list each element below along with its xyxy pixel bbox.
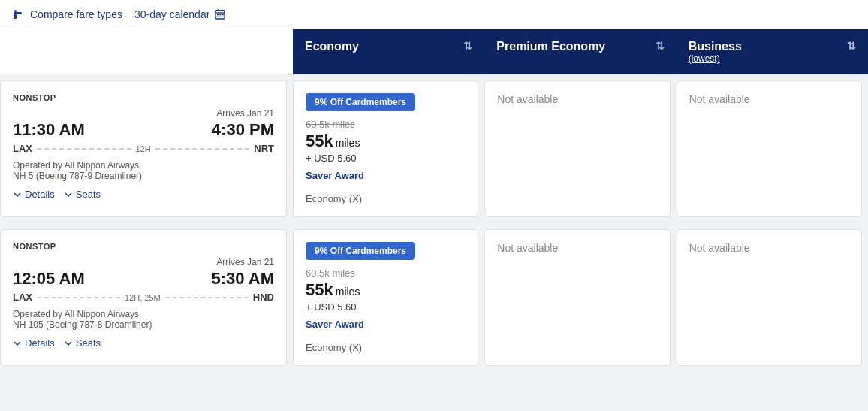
- compare-fare-label: Compare fare types: [30, 8, 122, 20]
- business-not-available-1: Not available: [689, 242, 849, 254]
- flight-card-1: NONSTOP Arrives Jan 21 12:05 AM 5:30 AM …: [0, 229, 287, 366]
- fare-class-0: Economy (X): [306, 193, 466, 204]
- business-not-available-0: Not available: [689, 93, 849, 105]
- chevron-down-icon-seats: [64, 190, 73, 199]
- business-fare-1: Not available: [677, 229, 862, 366]
- origin-0: LAX: [13, 143, 32, 154]
- svg-rect-7: [217, 14, 219, 15]
- miles-unit-0: miles: [336, 137, 360, 149]
- svg-rect-0: [14, 14, 17, 19]
- premium-economy-sort-icon[interactable]: ⇅: [656, 40, 665, 52]
- seats-label-1: Seats: [76, 337, 101, 349]
- miles-row-0: 55kmiles: [306, 131, 466, 151]
- arrives-label-1: Arrives Jan 21: [13, 257, 274, 267]
- miles-amount-0: 55k: [306, 131, 333, 150]
- calendar-label: 30-day calendar: [134, 8, 209, 20]
- route-line-0: [37, 148, 131, 150]
- chevron-down-icon: [13, 190, 22, 199]
- discount-badge-1: 9% Off Cardmembers: [306, 242, 415, 260]
- operated-by-1: Operated by All Nippon Airways: [13, 309, 274, 319]
- flight-times-1: 12:05 AM 5:30 AM: [13, 269, 274, 289]
- destination-0: NRT: [254, 143, 274, 154]
- duration-0: 12H: [136, 144, 151, 153]
- economy-label: Economy: [305, 40, 359, 53]
- depart-time-0: 11:30 AM: [13, 120, 85, 140]
- nonstop-badge-0: NONSTOP: [13, 93, 274, 102]
- svg-point-2: [14, 10, 17, 12]
- calendar-icon: [214, 8, 226, 20]
- premium-economy-label: Premium Economy: [496, 40, 605, 53]
- chevron-down-icon-details-1: [13, 339, 22, 348]
- seats-label-0: Seats: [76, 189, 101, 200]
- header-spacer: [0, 29, 293, 74]
- original-miles-0: 60.5k miles: [306, 119, 466, 130]
- usd-amount-0: + USD 5.60: [306, 153, 466, 164]
- flight-number-1: NH 105 (Boeing 787-8 Dreamliner): [13, 319, 274, 330]
- duration-1: 12H, 25M: [125, 293, 161, 302]
- route-row-0: LAX 12H NRT: [13, 143, 274, 154]
- svg-rect-10: [217, 17, 219, 17]
- premium-not-available-0: Not available: [497, 93, 657, 105]
- route-line-1b: [165, 297, 249, 298]
- miles-unit-1: miles: [336, 286, 360, 298]
- saver-award-link-0[interactable]: Saver Award: [306, 170, 466, 181]
- calendar-link[interactable]: 30-day calendar: [134, 8, 226, 20]
- route-line-1: [37, 297, 120, 298]
- details-label-0: Details: [25, 189, 55, 200]
- premium-not-available-1: Not available: [497, 242, 657, 254]
- nonstop-badge-1: NONSTOP: [13, 242, 274, 251]
- route-row-1: LAX 12H, 25M HND: [13, 292, 274, 303]
- route-line-0b: [155, 148, 250, 150]
- discount-badge-0: 9% Off Cardmembers: [306, 93, 415, 111]
- seat-icon: [12, 8, 26, 21]
- arrive-time-0: 4:30 PM: [212, 120, 274, 140]
- card-actions-1: Details Seats: [13, 337, 274, 349]
- svg-rect-1: [14, 12, 22, 14]
- flight-times-0: 11:30 AM 4:30 PM: [13, 120, 274, 140]
- grid-header: Economy ⇅ Premium Economy ⇅ Business (lo…: [0, 29, 868, 74]
- original-miles-1: 60.5k miles: [306, 267, 466, 279]
- business-column-header: Business (lowest) ⇅: [677, 29, 868, 74]
- top-bar: Compare fare types 30-day calendar: [0, 0, 868, 29]
- card-actions-0: Details Seats: [13, 189, 274, 200]
- details-label-1: Details: [25, 337, 55, 349]
- destination-1: HND: [253, 292, 274, 303]
- usd-amount-1: + USD 5.60: [306, 301, 466, 313]
- business-fare-0: Not available: [677, 80, 862, 217]
- premium-economy-fare-1: Not available: [484, 229, 670, 366]
- origin-1: LAX: [13, 292, 32, 303]
- premium-economy-column-header: Premium Economy ⇅: [484, 29, 676, 74]
- flight-card-0: NONSTOP Arrives Jan 21 11:30 AM 4:30 PM …: [0, 80, 287, 217]
- business-label: Business: [689, 40, 742, 53]
- details-button-1[interactable]: Details: [13, 337, 55, 349]
- flight-number-0: NH 5 (Boeing 787-9 Dreamliner): [13, 171, 274, 181]
- chevron-down-icon-seats-1: [64, 339, 73, 348]
- flights-grid: NONSTOP Arrives Jan 21 11:30 AM 4:30 PM …: [0, 74, 868, 372]
- depart-time-1: 12:05 AM: [13, 269, 85, 289]
- seats-button-1[interactable]: Seats: [64, 337, 101, 349]
- miles-amount-1: 55k: [306, 280, 333, 299]
- miles-row-1: 55kmiles: [306, 280, 466, 300]
- svg-rect-8: [220, 14, 222, 15]
- details-button-0[interactable]: Details: [13, 189, 55, 200]
- operated-by-0: Operated by All Nippon Airways: [13, 160, 274, 171]
- economy-fare-1[interactable]: 9% Off Cardmembers 60.5k miles 55kmiles …: [293, 229, 478, 366]
- compare-fare-link[interactable]: Compare fare types: [12, 8, 122, 21]
- svg-rect-9: [222, 14, 224, 15]
- saver-award-link-1[interactable]: Saver Award: [306, 319, 466, 330]
- business-sort-icon[interactable]: ⇅: [847, 40, 856, 52]
- premium-economy-fare-0: Not available: [484, 80, 670, 217]
- business-sublabel: (lowest): [689, 53, 742, 64]
- economy-sort-icon[interactable]: ⇅: [463, 40, 472, 52]
- seats-button-0[interactable]: Seats: [64, 189, 101, 200]
- svg-rect-11: [220, 17, 222, 17]
- arrive-time-1: 5:30 AM: [211, 269, 274, 289]
- economy-fare-0[interactable]: 9% Off Cardmembers 60.5k miles 55kmiles …: [293, 80, 478, 217]
- arrives-label-0: Arrives Jan 21: [13, 108, 274, 119]
- fare-class-1: Economy (X): [306, 342, 466, 353]
- economy-column-header: Economy ⇅: [293, 29, 484, 74]
